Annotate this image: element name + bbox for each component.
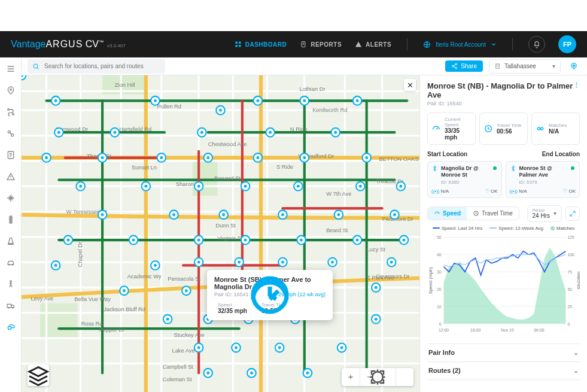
region-dropdown[interactable]: Tallahassee ▾ [489, 59, 561, 74]
svg-point-149 [403, 239, 406, 242]
svg-text:Chapel Dr: Chapel Dr [77, 242, 83, 268]
svg-point-167 [185, 289, 188, 292]
expand-icon [569, 210, 576, 217]
nav-dashboard[interactable]: DASHBOARD [235, 41, 287, 48]
report-icon[interactable] [5, 150, 16, 160]
svg-text:Lucy St: Lucy St [367, 246, 386, 253]
svg-point-187 [197, 347, 200, 350]
fullscreen-button[interactable] [396, 368, 413, 386]
kebab-menu[interactable]: ⋮ [573, 81, 580, 89]
locate-button[interactable] [567, 59, 581, 74]
notifications-button[interactable] [528, 36, 545, 53]
alerts-icon [355, 41, 362, 48]
expand-chart-button[interactable] [565, 206, 580, 221]
svg-text:40: 40 [437, 253, 442, 257]
svg-point-189 [235, 347, 238, 350]
search-input[interactable] [43, 62, 160, 70]
map-layers-button[interactable] [28, 364, 49, 386]
svg-text:Levy Ave: Levy Ave [31, 295, 54, 302]
brand-logo: VantageARGUS CV™v3.0.407 [11, 39, 126, 50]
svg-text:W 7th Ave: W 7th Ave [326, 190, 351, 197]
tab-travel-time[interactable]: Travel Time [467, 207, 519, 220]
svg-point-101 [57, 131, 60, 134]
svg-point-17 [12, 265, 13, 265]
svg-point-131 [281, 213, 284, 216]
svg-point-157 [238, 261, 241, 264]
cone-icon[interactable] [5, 236, 16, 247]
svg-text:Lake Ave: Lake Ave [172, 347, 194, 354]
nav-alerts[interactable]: ALERTS [355, 41, 391, 48]
status-dot-icon [493, 166, 497, 170]
start-location-heading: Start Location [427, 151, 467, 157]
intersection-icon[interactable] [5, 193, 16, 203]
matches-icon [536, 124, 545, 133]
svg-text:Beard St: Beard St [326, 227, 348, 233]
svg-point-113 [144, 185, 147, 188]
ped-icon[interactable] [5, 279, 16, 290]
chevron-down-icon: ⌄ [573, 349, 579, 357]
search-input-wrap[interactable] [28, 59, 165, 74]
start-location-card[interactable]: Magnolia Dr @ Monroe St ID: 6380 ((•)) N… [427, 161, 502, 198]
svg-point-135 [393, 213, 396, 216]
svg-text:Sunset Ln: Sunset Ln [132, 164, 157, 171]
panel-title: Monroe St (NB) - Magnolia Dr to Palmer A… [427, 81, 573, 99]
accordion-pair-info[interactable]: Pair Info ⌄ [427, 344, 580, 362]
map-controls: ＋ － [342, 368, 413, 386]
svg-point-79 [219, 109, 222, 112]
svg-point-16 [8, 265, 9, 265]
svg-text:75: 75 [567, 270, 572, 274]
route-icon[interactable] [5, 107, 16, 117]
bluetooth-icon [431, 165, 438, 189]
segment-tooltip: Monroe St (SB) - Palmer Ave to Magnolia … [207, 270, 333, 320]
svg-point-123 [399, 185, 402, 188]
weather-icon[interactable] [5, 322, 16, 333]
truck-icon[interactable] [5, 300, 16, 311]
svg-text:Lothian Dr: Lothian Dr [299, 86, 325, 92]
svg-text:Jackson Bluff Rd: Jackson Bluff Rd [104, 305, 145, 312]
svg-text:25: 25 [567, 304, 572, 308]
signal-icon[interactable] [5, 214, 16, 225]
pin-icon[interactable] [5, 85, 16, 96]
svg-text:Hartsfield Rd: Hartsfield Rd [119, 126, 151, 132]
pairs-icon[interactable] [5, 128, 16, 139]
end-location-card[interactable]: Monroe St @ Palmer Ave ID: 6379 ((•)) N/… [506, 161, 580, 198]
svg-point-97 [303, 156, 306, 159]
svg-point-103 [113, 131, 116, 134]
svg-text:Academic Wy: Academic Wy [127, 272, 162, 279]
svg-point-129 [222, 213, 225, 216]
menu-icon[interactable] [5, 63, 16, 74]
close-overlay-button[interactable]: ✕ [404, 79, 416, 91]
car-icon[interactable] [5, 257, 16, 268]
account-menu[interactable]: Iteris Root Account [423, 41, 497, 48]
panel-pair-id: Pair ID: 16540 [427, 101, 580, 107]
accordion-routes[interactable]: Routes (2) ⌄ [427, 362, 580, 380]
fullscreen-icon [342, 368, 413, 386]
svg-point-91 [160, 156, 163, 159]
alert-icon[interactable] [5, 171, 16, 182]
svg-point-20 [8, 308, 9, 308]
svg-point-137 [67, 239, 70, 242]
map-toolbar: Share Tallahassee ▾ [22, 57, 587, 75]
svg-text:Matches: Matches [576, 271, 580, 289]
svg-point-165 [123, 289, 126, 292]
svg-text:Coleman St: Coleman St [163, 376, 192, 382]
building-icon [494, 63, 501, 69]
nav-reports[interactable]: REPORTS [300, 41, 342, 48]
app-header: VantageARGUS CV™v3.0.407 DASHBOARD REPOR… [0, 31, 587, 57]
share-button[interactable]: Share [445, 60, 483, 72]
svg-point-153 [154, 264, 157, 267]
map-canvas[interactable]: Zion Hill Pullen Rd Lothian Dr Kenilwort… [22, 75, 419, 392]
svg-text:Ross Rd: Ross Rd [81, 320, 103, 327]
user-avatar[interactable]: FP [558, 35, 576, 53]
tab-speed[interactable]: Speed [428, 207, 467, 220]
svg-point-89 [101, 156, 104, 159]
period-dropdown[interactable]: Period 24 Hrs ▾ [527, 205, 562, 222]
svg-text:Pullen Rd: Pullen Rd [157, 103, 181, 110]
svg-point-75 [54, 99, 57, 102]
globe-icon [423, 41, 431, 48]
svg-point-145 [300, 239, 303, 242]
svg-point-93 [206, 156, 209, 159]
svg-point-111 [79, 185, 82, 188]
svg-rect-3 [239, 45, 241, 47]
close-icon: ✕ [407, 81, 413, 90]
